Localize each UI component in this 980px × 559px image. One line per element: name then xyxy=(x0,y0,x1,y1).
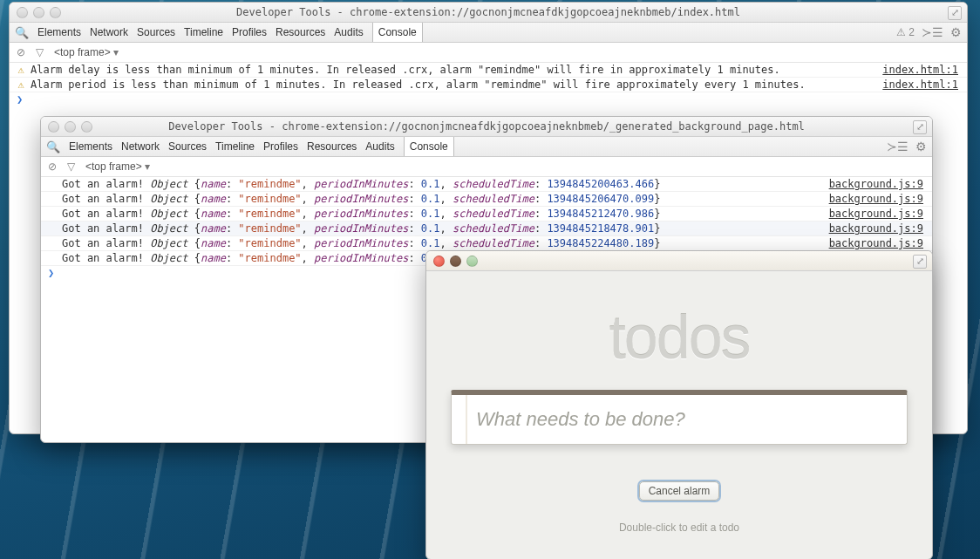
tab-timeline[interactable]: Timeline xyxy=(184,26,223,38)
traffic-min-icon[interactable] xyxy=(33,7,44,18)
window-title: Developer Tools - chrome-extension://goc… xyxy=(10,6,967,18)
console-message: Got an alarm! Object {name: "remindme", … xyxy=(62,236,829,250)
traffic-min-icon[interactable] xyxy=(65,121,76,133)
todos-window: todos Cancel alarm Double-click to edit … xyxy=(425,250,933,559)
console-row: Got an alarm! Object {name: "remindme", … xyxy=(41,222,932,236)
app-heading: todos xyxy=(451,303,908,372)
new-todo-input[interactable] xyxy=(474,407,903,432)
fullscreen-icon[interactable] xyxy=(913,120,927,134)
drawer-icon[interactable]: ≻☰ xyxy=(922,25,943,39)
drawer-icon[interactable]: ≻☰ xyxy=(887,140,909,153)
console-row: Got an alarm! Object {name: "remindme", … xyxy=(41,207,932,222)
devtools-tab-bar: 🔍 Elements Network Sources Timeline Prof… xyxy=(41,137,932,157)
titlebar[interactable]: Developer Tools - chrome-extension://goc… xyxy=(41,117,932,137)
tab-audits[interactable]: Audits xyxy=(334,26,363,38)
console-output: ⚠ Alarm delay is less than minimum of 1 … xyxy=(10,63,967,106)
frame-selector[interactable]: <top frame> xyxy=(54,46,119,58)
titlebar[interactable] xyxy=(426,251,932,271)
source-link[interactable]: background.js:9 xyxy=(829,222,923,235)
console-message: Got an alarm! Object {name: "remindme", … xyxy=(62,207,829,221)
clear-icon[interactable]: ⊘ xyxy=(17,46,25,58)
console-prompt[interactable]: ❯ xyxy=(10,92,967,106)
tab-network[interactable]: Network xyxy=(121,140,160,153)
source-link[interactable]: background.js:9 xyxy=(829,177,923,191)
traffic-close-icon[interactable] xyxy=(48,121,59,133)
console-row: Got an alarm! Object {name: "remindme", … xyxy=(41,192,932,207)
source-link[interactable]: background.js:9 xyxy=(829,207,923,221)
source-link[interactable]: background.js:9 xyxy=(829,192,923,206)
tab-profiles[interactable]: Profiles xyxy=(232,26,267,38)
traffic-close-icon[interactable] xyxy=(17,7,28,18)
filter-icon[interactable]: ▽ xyxy=(67,160,75,173)
frame-selector[interactable]: <top frame> xyxy=(85,160,150,173)
fullscreen-icon[interactable] xyxy=(948,6,962,20)
tab-elements[interactable]: Elements xyxy=(69,140,112,153)
titlebar[interactable]: Developer Tools - chrome-extension://goc… xyxy=(10,3,967,23)
console-filter-bar: ⊘ ▽ <top frame> xyxy=(41,157,932,177)
tab-console[interactable]: Console xyxy=(372,23,423,42)
traffic-zoom-icon[interactable] xyxy=(466,256,478,267)
console-message: Alarm delay is less than minimum of 1 mi… xyxy=(31,63,882,77)
console-row: ⚠ Alarm period is less than minimum of 1… xyxy=(10,78,967,92)
console-row: ⚠ Alarm delay is less than minimum of 1 … xyxy=(10,63,967,78)
traffic-close-icon[interactable] xyxy=(433,256,445,267)
tab-network[interactable]: Network xyxy=(90,26,128,38)
source-link[interactable]: index.html:1 xyxy=(882,78,958,92)
fullscreen-icon[interactable] xyxy=(913,255,927,269)
traffic-zoom-icon[interactable] xyxy=(50,7,61,18)
source-link[interactable]: index.html:1 xyxy=(882,63,958,77)
app-body: todos Cancel alarm Double-click to edit … xyxy=(426,271,932,534)
warn-icon: ⚠ xyxy=(15,63,27,77)
window-title: Developer Tools - chrome-extension://goc… xyxy=(41,120,932,133)
tab-sources[interactable]: Sources xyxy=(168,140,207,153)
console-row: Got an alarm! Object {name: "remindme", … xyxy=(41,177,932,192)
console-message: Alarm period is less than minimum of 1 m… xyxy=(31,78,882,92)
new-todo-card xyxy=(451,390,908,445)
search-icon[interactable]: 🔍 xyxy=(46,140,60,153)
filter-icon[interactable]: ▽ xyxy=(36,46,44,58)
tab-resources[interactable]: Resources xyxy=(307,140,357,153)
warning-badge[interactable]: ⚠ 2 xyxy=(896,26,915,38)
tab-console[interactable]: Console xyxy=(404,137,454,156)
source-link[interactable]: background.js:9 xyxy=(829,236,923,250)
search-icon[interactable]: 🔍 xyxy=(15,26,29,39)
console-message: Got an alarm! Object {name: "remindme", … xyxy=(62,192,829,206)
warn-icon: ⚠ xyxy=(15,78,27,92)
warning-count: 2 xyxy=(909,26,915,38)
console-message: Got an alarm! Object {name: "remindme", … xyxy=(62,222,829,235)
console-row: Got an alarm! Object {name: "remindme", … xyxy=(41,236,932,251)
console-filter-bar: ⊘ ▽ <top frame> xyxy=(10,43,967,63)
tab-timeline[interactable]: Timeline xyxy=(215,140,255,153)
tab-profiles[interactable]: Profiles xyxy=(263,140,298,153)
tab-sources[interactable]: Sources xyxy=(137,26,175,38)
tab-resources[interactable]: Resources xyxy=(276,26,325,38)
footer-hint: Double-click to edit a todo xyxy=(451,522,908,534)
tab-audits[interactable]: Audits xyxy=(365,140,394,153)
gear-icon[interactable]: ⚙ xyxy=(915,140,927,153)
traffic-zoom-icon[interactable] xyxy=(81,121,92,133)
tab-elements[interactable]: Elements xyxy=(37,26,81,38)
gear-icon[interactable]: ⚙ xyxy=(950,25,962,39)
cancel-alarm-button[interactable]: Cancel alarm xyxy=(639,481,720,501)
traffic-min-icon[interactable] xyxy=(450,256,461,267)
devtools-tab-bar: 🔍 Elements Network Sources Timeline Prof… xyxy=(10,23,967,43)
clear-icon[interactable]: ⊘ xyxy=(48,160,57,173)
console-message: Got an alarm! Object {name: "remindme", … xyxy=(62,177,829,191)
